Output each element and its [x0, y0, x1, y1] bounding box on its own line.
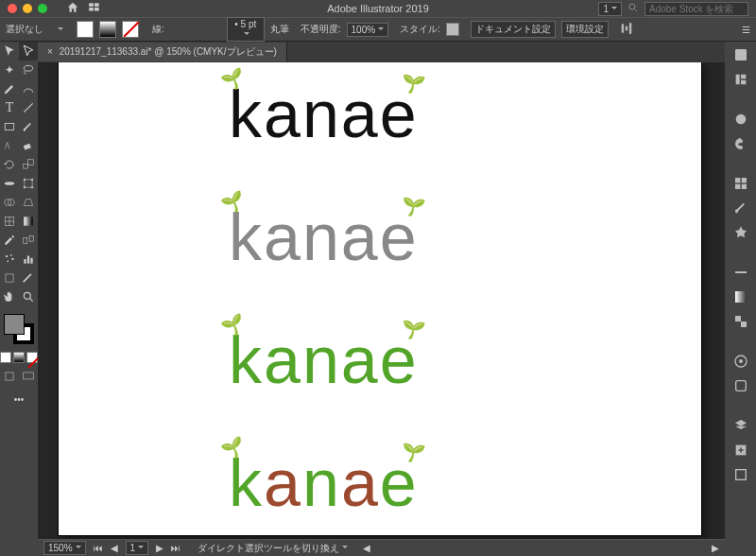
artboard-index-field[interactable]: 1: [126, 541, 149, 555]
swatches-panel-icon[interactable]: [731, 174, 750, 193]
arrange-docs-icon[interactable]: [87, 1, 102, 16]
status-scroll-right[interactable]: ▶: [712, 543, 719, 553]
eyedropper-tool[interactable]: [0, 231, 19, 250]
draw-mode-normal[interactable]: [0, 367, 19, 386]
shaper-tool[interactable]: [0, 136, 19, 155]
opacity-field[interactable]: 100%: [347, 23, 389, 37]
logo-green-red[interactable]: 🌱 kanae 🌱: [229, 450, 419, 517]
status-scroll-left[interactable]: ◀: [363, 543, 370, 553]
slice-tool[interactable]: [19, 269, 38, 287]
logo-text: kanae: [229, 78, 419, 151]
edit-toolbar-button[interactable]: •••: [0, 390, 38, 408]
home-icon[interactable]: [66, 1, 79, 16]
svg-point-37: [24, 292, 30, 299]
svg-rect-13: [24, 164, 28, 168]
close-window-button[interactable]: [8, 4, 17, 13]
none-swatch[interactable]: [122, 21, 139, 38]
fill-stroke-control[interactable]: [0, 310, 38, 348]
fill-swatch[interactable]: [77, 21, 94, 38]
free-transform-tool[interactable]: [19, 174, 38, 193]
line-tool[interactable]: [19, 98, 38, 117]
svg-point-42: [735, 114, 746, 125]
svg-point-52: [739, 359, 743, 363]
color-mode-icon[interactable]: [0, 352, 11, 363]
blend-tool[interactable]: [19, 231, 38, 250]
artboards-panel-icon[interactable]: [731, 465, 750, 484]
scale-tool[interactable]: [19, 155, 38, 174]
width-tool[interactable]: [0, 174, 19, 193]
symbols-panel-icon[interactable]: [731, 223, 750, 242]
magic-wand-tool[interactable]: ✦: [0, 61, 19, 79]
artboard-nav-first[interactable]: ⏮: [94, 543, 103, 553]
gradient-panel-icon[interactable]: [731, 287, 750, 306]
libraries-panel-icon[interactable]: [731, 70, 750, 89]
appearance-panel-icon[interactable]: [731, 352, 750, 371]
logo-green[interactable]: 🌱 kanae 🌱: [229, 327, 419, 394]
properties-panel-icon[interactable]: [731, 45, 750, 64]
perspective-tool[interactable]: [19, 193, 38, 212]
panel-menu-icon[interactable]: ☰: [742, 25, 750, 35]
screen-mode-button[interactable]: [19, 367, 38, 386]
gradient-swatch[interactable]: [99, 21, 116, 38]
artboard-nav-next[interactable]: ▶: [156, 543, 163, 553]
svg-point-31: [11, 258, 13, 260]
logo-gray[interactable]: 🌱 kanae 🌱: [229, 204, 419, 271]
hand-tool[interactable]: [0, 287, 19, 306]
artboard-count-field[interactable]: 1: [598, 2, 622, 16]
asset-export-panel-icon[interactable]: [731, 441, 750, 460]
svg-point-19: [24, 186, 26, 188]
symbol-sprayer-tool[interactable]: [0, 250, 19, 269]
lasso-tool[interactable]: [19, 61, 38, 79]
logo-black[interactable]: 🌱 kanae 🌱: [229, 81, 419, 148]
stroke-panel-icon[interactable]: [731, 263, 750, 282]
svg-rect-36: [6, 274, 13, 282]
color-guide-panel-icon[interactable]: [731, 134, 750, 153]
zoom-field[interactable]: 150%: [43, 541, 86, 555]
preferences-button[interactable]: 環境設定: [561, 21, 609, 38]
rotate-tool[interactable]: [0, 155, 19, 174]
artboard-nav-last[interactable]: ⏭: [171, 543, 180, 553]
align-icon[interactable]: [620, 22, 633, 37]
zoom-window-button[interactable]: [38, 4, 47, 13]
selection-tool[interactable]: [0, 42, 19, 61]
svg-point-29: [6, 255, 8, 257]
doc-setup-button[interactable]: ドキュメント設定: [471, 21, 556, 38]
none-mode-icon[interactable]: [26, 352, 38, 363]
document-tab[interactable]: × 20191217_113633.ai* @ 150% (CMYK/プレビュー…: [38, 43, 287, 61]
mesh-tool[interactable]: [0, 212, 19, 231]
cap-label: 丸筆: [270, 23, 289, 36]
logo-text: kanae: [229, 323, 419, 397]
brushes-panel-icon[interactable]: [731, 199, 750, 217]
pen-tool[interactable]: [0, 79, 19, 98]
layers-panel-icon[interactable]: [731, 416, 750, 435]
artboard[interactable]: 🌱 kanae 🌱 🌱 kanae 🌱 🌱 kanae 🌱 🌱 kanae 🌱: [59, 62, 701, 535]
graphic-styles-panel-icon[interactable]: [731, 376, 750, 395]
eraser-tool[interactable]: [19, 136, 38, 155]
minimize-window-button[interactable]: [23, 4, 32, 13]
stroke-label: 線:: [152, 23, 164, 36]
stroke-weight-field[interactable]: • 5 pt: [227, 17, 265, 42]
svg-rect-44: [741, 178, 746, 182]
control-bar: 選択なし 線: • 5 pt 丸筆 不透明度: 100% スタイル: ドキュメン…: [0, 17, 756, 42]
artboard-nav-prev[interactable]: ◀: [111, 543, 118, 553]
shape-builder-tool[interactable]: [0, 193, 19, 212]
color-panel-icon[interactable]: [731, 110, 750, 129]
style-swatch[interactable]: [446, 23, 459, 36]
gradient-mode-icon[interactable]: [13, 352, 25, 363]
canvas-area[interactable]: 🌱 kanae 🌱 🌱 kanae 🌱 🌱 kanae 🌱 🌱 kanae 🌱: [38, 62, 725, 539]
gradient-tool[interactable]: [19, 212, 38, 231]
zoom-tool[interactable]: [19, 287, 38, 306]
paintbrush-tool[interactable]: [19, 117, 38, 136]
tab-close-icon[interactable]: ×: [47, 46, 53, 57]
selection-menu[interactable]: [55, 25, 63, 35]
fill-color[interactable]: [4, 314, 25, 335]
direct-selection-tool[interactable]: [19, 42, 38, 61]
column-graph-tool[interactable]: [19, 250, 38, 269]
artboard-tool[interactable]: [0, 269, 19, 287]
curvature-tool[interactable]: [19, 79, 38, 98]
type-tool[interactable]: T: [0, 98, 19, 117]
transparency-panel-icon[interactable]: [731, 312, 750, 331]
stock-search-input[interactable]: [644, 2, 748, 16]
svg-rect-16: [25, 180, 32, 187]
rectangle-tool[interactable]: [0, 117, 19, 136]
